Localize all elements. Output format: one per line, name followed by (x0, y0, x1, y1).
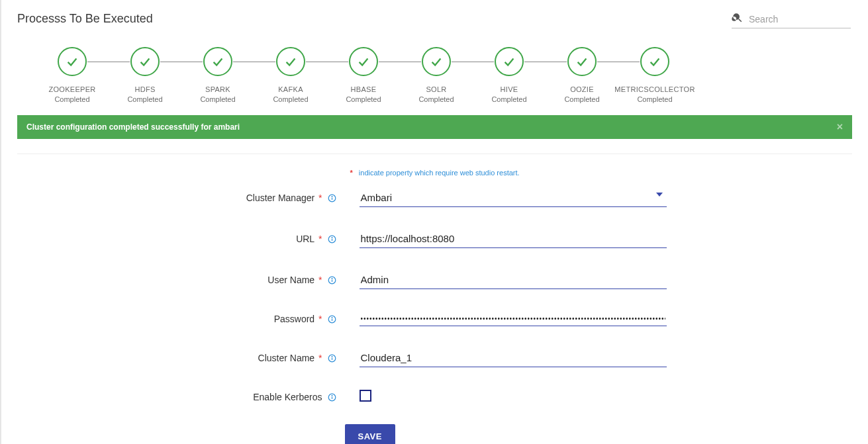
cluster-name-label: Cluster Name * (203, 353, 322, 363)
step-hive: HIVECompleted (473, 47, 546, 103)
step-status: Completed (273, 95, 308, 103)
close-icon[interactable]: × (837, 122, 843, 132)
info-icon[interactable] (328, 392, 337, 402)
step-status: Completed (200, 95, 235, 103)
step-label: SPARK (205, 85, 230, 93)
step-metricscollector: METRICSCOLLECTORCompleted (618, 47, 691, 103)
step-label: SOLR (426, 85, 446, 93)
step-label: HIVE (501, 85, 518, 93)
alert-message: Cluster configuration completed successf… (26, 122, 240, 132)
step-solr: SOLRCompleted (400, 47, 473, 103)
page-title: Processs To Be Executed (17, 12, 153, 26)
info-icon[interactable] (328, 314, 337, 324)
url-label: URL * (203, 234, 322, 244)
step-label: HDFS (134, 85, 155, 93)
cluster-manager-select[interactable]: Ambari (360, 189, 667, 207)
svg-point-8 (332, 278, 332, 279)
enable-kerberos-label: Enable Kerberos (203, 392, 322, 402)
password-label: Password * (203, 314, 322, 324)
search-field[interactable] (732, 12, 851, 28)
info-icon[interactable] (328, 275, 337, 285)
info-icon[interactable] (328, 193, 337, 202)
password-input[interactable] (360, 312, 667, 326)
enable-kerberos-checkbox[interactable] (360, 390, 371, 402)
username-label: User Name * (203, 275, 322, 285)
info-icon[interactable] (328, 234, 337, 244)
check-icon (58, 47, 87, 76)
hint-text: indicate property which require web stud… (359, 169, 520, 177)
svg-point-14 (332, 356, 332, 357)
step-status: Completed (54, 95, 89, 103)
step-label: METRICSCOLLECTOR (614, 85, 695, 93)
svg-point-5 (332, 237, 332, 238)
step-label: KAFKA (278, 85, 303, 93)
check-icon (349, 47, 378, 76)
step-zookeeper: ZOOKEEPERCompleted (36, 47, 109, 103)
required-star: * (350, 169, 352, 177)
step-label: ZOOKEEPER (48, 85, 95, 93)
restart-hint: * indicate property which require web st… (17, 169, 852, 177)
save-button[interactable]: SAVE (345, 424, 395, 444)
username-input[interactable] (360, 271, 667, 289)
step-hdfs: HDFSCompleted (109, 47, 181, 103)
search-icon (732, 12, 744, 26)
step-kafka: KAFKACompleted (254, 47, 327, 103)
cluster-name-input[interactable] (360, 349, 667, 367)
svg-point-17 (332, 395, 332, 396)
url-input[interactable] (360, 230, 667, 248)
check-icon (130, 47, 160, 76)
step-spark: SPARKCompleted (181, 47, 254, 103)
step-status: Completed (491, 95, 526, 103)
process-stepper: ZOOKEEPERCompletedHDFSCompletedSPARKComp… (36, 47, 852, 103)
step-oozie: OOZIECompleted (546, 47, 618, 103)
step-label: OOZIE (570, 85, 594, 93)
step-status: Completed (346, 95, 381, 103)
check-icon (495, 47, 524, 76)
step-status: Completed (637, 95, 672, 103)
step-status: Completed (127, 95, 162, 103)
check-icon (567, 47, 597, 76)
check-icon (422, 47, 451, 76)
cluster-form: Cluster Manager * Ambari URL * Use (203, 189, 667, 444)
chevron-down-icon (656, 193, 663, 197)
step-status: Completed (564, 95, 599, 103)
section-divider (17, 154, 852, 154)
cluster-manager-label: Cluster Manager * (203, 193, 322, 203)
search-input[interactable] (747, 13, 851, 25)
info-icon[interactable] (328, 353, 337, 363)
step-status: Completed (418, 95, 454, 103)
check-icon (640, 47, 669, 76)
step-label: HBASE (351, 85, 377, 93)
step-hbase: HBASECompleted (327, 47, 400, 103)
success-alert: Cluster configuration completed successf… (17, 115, 852, 139)
check-icon (276, 47, 305, 76)
svg-point-2 (332, 196, 332, 197)
check-icon (203, 47, 232, 76)
svg-point-11 (332, 317, 332, 318)
